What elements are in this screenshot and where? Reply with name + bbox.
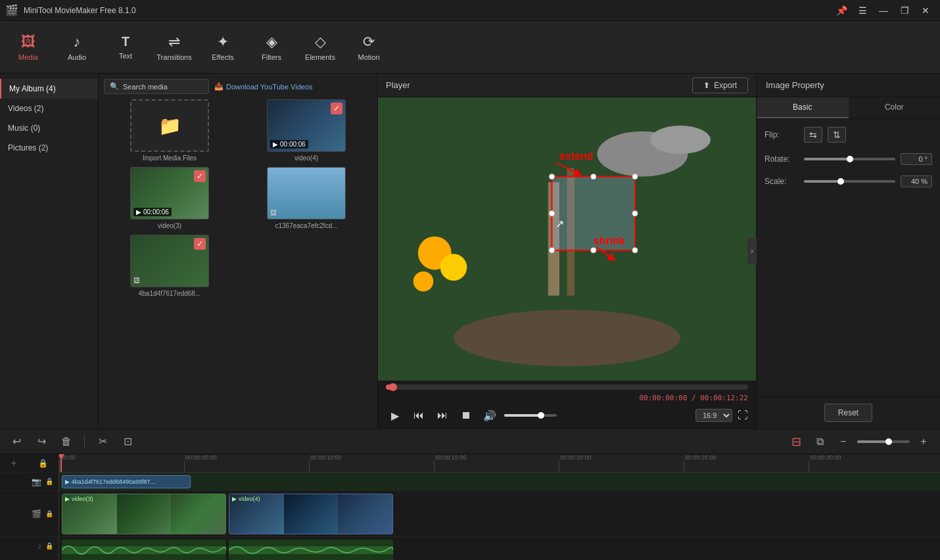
main-image-track: ▶ 4ba1d4f7617edd68490a99f87... [59, 473, 940, 491]
pic2-thumb[interactable]: 🖼 ✓ [130, 235, 209, 287]
sidebar-item-label: My Album (4) [9, 84, 56, 93]
zoom-handle[interactable] [885, 438, 892, 445]
redo-button[interactable]: ↪ [32, 432, 51, 452]
timeline-tracks[interactable]: 00:00 00:00:05:00 00:00:10:00 00:00:15:0… [59, 454, 940, 560]
tab-basic[interactable]: Basic [757, 97, 849, 118]
rotate-slider[interactable] [804, 158, 895, 160]
main-area: My Album (4) Videos (2) Music (0) Pictur… [0, 74, 940, 429]
menu-button[interactable]: ☰ [853, 3, 872, 18]
search-placeholder: Search media [123, 83, 168, 91]
sidebar-item-pictures[interactable]: Pictures (2) [0, 138, 98, 158]
toolbar-text[interactable]: T Text [103, 24, 149, 70]
add-track-button[interactable]: + [11, 457, 16, 469]
zoom-plus-button[interactable]: + [914, 432, 933, 452]
scale-slider[interactable] [804, 180, 895, 183]
player-time-separator: / [692, 394, 700, 402]
zoom-out-button[interactable]: ⊟ [786, 432, 806, 452]
scale-fill [804, 180, 841, 183]
sidebar-item-videos[interactable]: Videos (2) [0, 99, 98, 118]
timeline-track-labels: + 🔒 📷 🔒 🎬 🔒 ♪ 🔒 [0, 454, 59, 560]
text-icon: T [122, 34, 129, 49]
svg-rect-23 [62, 546, 226, 554]
import-thumb[interactable]: 📁 [130, 99, 209, 152]
main-clip-label: ▶ 4ba1d4f7617edd68490a99f87... [65, 478, 155, 485]
reset-button[interactable]: Reset [824, 404, 872, 422]
detach-audio-button[interactable]: ⧉ [810, 432, 830, 452]
toolbar-elements[interactable]: ◇ Elements [297, 24, 343, 70]
ruler-tick-15: 00:00:15:00 [434, 454, 467, 473]
toolbar-audio[interactable]: ♪ Audio [54, 24, 100, 70]
fullscreen-button[interactable]: ⛶ [738, 409, 748, 421]
export-button[interactable]: ⬆ Export [692, 78, 748, 93]
zoom-minus-button[interactable]: − [834, 432, 853, 452]
svg-text:shrink: shrink [594, 235, 625, 246]
toolbar-transitions[interactable]: ⇌ Transitions [151, 24, 197, 70]
timeline-playhead [60, 454, 62, 472]
pin-button[interactable]: 📌 [832, 3, 851, 18]
stop-button[interactable]: ⏹ [457, 406, 475, 425]
cut-button[interactable]: ✂ [93, 432, 112, 452]
next-frame-button[interactable]: ⏭ [433, 406, 452, 425]
video4-clip[interactable]: ▶ video(4) [229, 494, 393, 534]
minimize-button[interactable]: — [874, 3, 893, 18]
crop-button[interactable]: ⊡ [118, 432, 137, 452]
player-viewport[interactable]: ↗ extend shrink [378, 97, 756, 381]
toolbar-media[interactable]: 🖼 Media [5, 24, 51, 70]
player-current-time: 00:00:00:00 [639, 394, 687, 402]
media-search-bar[interactable]: 🔍 Search media [104, 79, 209, 94]
toolbar-effects[interactable]: ✦ Effects [200, 24, 246, 70]
volume-slider[interactable] [504, 414, 557, 417]
zoom-slider[interactable] [857, 440, 910, 443]
app-icon: 🎬 [5, 4, 18, 16]
main-track-icon: 📷 [32, 477, 41, 486]
ruler-tick-5: 00:00:05:00 [184, 454, 217, 473]
svg-point-13 [632, 248, 638, 253]
ruler-tick-25: 00:00:25:00 [684, 454, 717, 473]
tab-basic-label: Basic [793, 103, 812, 112]
audio-track-icon: ♪ [37, 542, 41, 551]
flip-vertical-button[interactable]: ⇅ [828, 127, 846, 143]
sidebar-item-music[interactable]: Music (0) [0, 118, 98, 138]
player-controls-left: ▶ ⏮ ⏭ ⏹ 🔊 [386, 406, 557, 425]
delete-button[interactable]: 🗑 [57, 432, 76, 452]
undo-button[interactable]: ↩ [7, 432, 26, 452]
pic1-thumb[interactable]: 🖼 [267, 167, 346, 220]
toolbar-filters[interactable]: ◈ Filters [248, 24, 294, 70]
toolbar-motion[interactable]: ⟳ Motion [346, 24, 392, 70]
tab-color[interactable]: Color [849, 97, 941, 118]
rotate-handle[interactable] [847, 156, 853, 162]
prev-frame-button[interactable]: ⏮ [410, 406, 428, 425]
maximize-button[interactable]: ❐ [895, 3, 914, 18]
player-timeline[interactable] [386, 385, 748, 390]
ruler-tick-20: 00:00:20:00 [559, 454, 592, 473]
video-track: ▶ video(3) ▶ video(4) [59, 491, 940, 537]
mute-button[interactable]: 🔊 [481, 406, 499, 425]
waveform-svg-2 [229, 540, 393, 560]
video-icon: ▶ [136, 208, 141, 216]
timeline-area: ↩ ↪ 🗑 ✂ ⊡ ⊟ ⧉ − + + 🔒 📷 🔒 [0, 429, 940, 560]
video3-clip[interactable]: ▶ video(3) [62, 494, 226, 534]
panel-collapse-button[interactable]: › [747, 238, 757, 264]
left-content: My Album (4) Videos (2) Music (0) Pictur… [0, 74, 377, 429]
video-icon: ▶ [273, 141, 278, 148]
main-clip[interactable]: ▶ 4ba1d4f7617edd68490a99f87... [62, 475, 191, 488]
pic2-label: 4ba1d4f7617edd68... [139, 290, 201, 297]
play-button[interactable]: ▶ [386, 406, 404, 425]
add-track-row: + 🔒 [0, 454, 59, 473]
video4-duration-badge: ▶ 00:00:06 [270, 140, 308, 149]
flip-horizontal-button[interactable]: ⇆ [804, 127, 822, 143]
player-progress-handle[interactable] [389, 383, 397, 391]
video-track-lock: 🔒 [45, 510, 53, 517]
video4-thumb[interactable]: ▶ 00:00:06 ✓ [267, 99, 346, 152]
media-label: Media [18, 53, 38, 61]
sidebar-item-my-album[interactable]: My Album (4) [0, 79, 98, 99]
aspect-ratio-select[interactable]: 16:9 4:3 1:1 9:16 [695, 409, 732, 422]
volume-handle[interactable] [538, 412, 544, 419]
audio-track-lock: 🔒 [45, 542, 53, 549]
download-youtube-button[interactable]: 📥 Download YouTube Videos [214, 82, 313, 91]
close-button[interactable]: ✕ [916, 3, 935, 18]
rotate-fill [804, 158, 850, 160]
scale-handle[interactable] [837, 178, 844, 185]
video3-thumb[interactable]: ▶ 00:00:06 ✓ [130, 167, 209, 220]
media-search-row: 🔍 Search media 📥 Download YouTube Videos [104, 79, 372, 94]
